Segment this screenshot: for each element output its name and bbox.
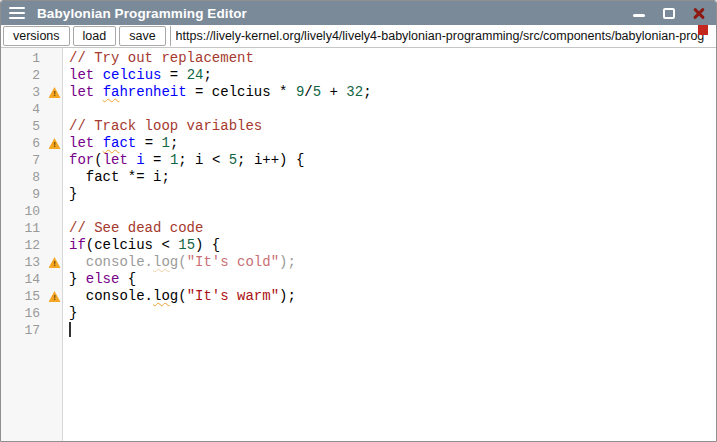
code-line-text[interactable]: if(celcius < 15) { bbox=[63, 237, 716, 254]
line-number[interactable]: 16 bbox=[1, 305, 46, 322]
versions-button[interactable]: versions bbox=[3, 26, 70, 46]
gutter-icon-slot bbox=[46, 84, 63, 101]
maximize-button[interactable] bbox=[662, 6, 676, 20]
gutter-icon-slot bbox=[46, 288, 63, 305]
line-number[interactable]: 2 bbox=[1, 67, 46, 84]
gutter-icon-slot bbox=[46, 220, 63, 237]
line-number[interactable]: 4 bbox=[1, 101, 46, 118]
minimize-icon bbox=[633, 14, 645, 17]
window-title: Babylonian Programming Editor bbox=[37, 6, 632, 21]
gutter-icon-slot bbox=[46, 254, 63, 271]
code-line[interactable]: 8 fact *= i; bbox=[1, 169, 716, 186]
line-number[interactable]: 7 bbox=[1, 152, 46, 169]
code-line-text[interactable]: } bbox=[63, 186, 716, 203]
code-line[interactable]: 13 console.log("It's cold"); bbox=[1, 254, 716, 271]
warning-icon[interactable] bbox=[49, 257, 61, 268]
code-line-text[interactable]: // Try out replacement bbox=[63, 50, 716, 67]
line-number[interactable]: 3 bbox=[1, 84, 46, 101]
gutter-icon-slot bbox=[46, 135, 63, 152]
window-controls bbox=[632, 6, 708, 20]
gutter-icon-slot bbox=[46, 169, 63, 186]
line-number[interactable]: 15 bbox=[1, 288, 46, 305]
babylonian-editor-window: Babylonian Programming Editor versions l… bbox=[0, 0, 717, 442]
gutter-icon-slot bbox=[46, 67, 63, 84]
gutter-icon-slot bbox=[46, 101, 63, 118]
line-number[interactable]: 5 bbox=[1, 118, 46, 135]
code-line[interactable]: 4 bbox=[1, 101, 716, 118]
title-bar[interactable]: Babylonian Programming Editor bbox=[1, 1, 716, 25]
code-line[interactable]: 7for(let i = 1; i < 5; i++) { bbox=[1, 152, 716, 169]
gutter-icon-slot bbox=[46, 271, 63, 288]
gutter-icon-slot bbox=[46, 237, 63, 254]
gutter-icon-slot bbox=[46, 118, 63, 135]
code-lines: 1// Try out replacement2let celcius = 24… bbox=[1, 48, 716, 339]
minimize-button[interactable] bbox=[632, 6, 646, 20]
line-number[interactable]: 10 bbox=[1, 203, 46, 220]
close-icon bbox=[692, 6, 706, 20]
code-line-text[interactable]: console.log("It's cold"); bbox=[63, 254, 716, 271]
code-line[interactable]: 5// Track loop variables bbox=[1, 118, 716, 135]
code-line-text[interactable]: console.log("It's warm"); bbox=[63, 288, 716, 305]
line-number[interactable]: 12 bbox=[1, 237, 46, 254]
code-line-text[interactable]: } else { bbox=[63, 271, 716, 288]
line-number[interactable]: 6 bbox=[1, 135, 46, 152]
code-line[interactable]: 11// See dead code bbox=[1, 220, 716, 237]
gutter-icon-slot bbox=[46, 152, 63, 169]
line-number[interactable]: 1 bbox=[1, 50, 46, 67]
code-line[interactable]: 1// Try out replacement bbox=[1, 50, 716, 67]
line-number[interactable]: 17 bbox=[1, 322, 46, 339]
warning-icon[interactable] bbox=[49, 291, 61, 302]
line-number[interactable]: 13 bbox=[1, 254, 46, 271]
code-line-text[interactable] bbox=[63, 322, 716, 339]
code-line-text[interactable]: for(let i = 1; i < 5; i++) { bbox=[63, 152, 716, 169]
warning-icon[interactable] bbox=[49, 87, 61, 98]
text-cursor bbox=[69, 322, 71, 337]
code-line[interactable]: 10 bbox=[1, 203, 716, 220]
load-button[interactable]: load bbox=[73, 26, 117, 46]
code-line-text[interactable]: let fact = 1; bbox=[63, 135, 716, 152]
maximize-icon bbox=[663, 8, 675, 19]
code-line[interactable]: 3let fahrenheit = celcius * 9/5 + 32; bbox=[1, 84, 716, 101]
gutter-icon-slot bbox=[46, 50, 63, 67]
code-line[interactable]: 14} else { bbox=[1, 271, 716, 288]
code-line-text[interactable]: let celcius = 24; bbox=[63, 67, 716, 84]
code-line[interactable]: 17 bbox=[1, 322, 716, 339]
code-line-text[interactable]: // See dead code bbox=[63, 220, 716, 237]
code-line[interactable]: 15 console.log("It's warm"); bbox=[1, 288, 716, 305]
save-button[interactable]: save bbox=[119, 26, 165, 46]
line-number[interactable]: 8 bbox=[1, 169, 46, 186]
code-editor[interactable]: 1// Try out replacement2let celcius = 24… bbox=[1, 48, 716, 441]
close-button[interactable] bbox=[692, 6, 706, 20]
code-line[interactable]: 6let fact = 1; bbox=[1, 135, 716, 152]
code-line[interactable]: 2let celcius = 24; bbox=[1, 67, 716, 84]
line-number[interactable]: 11 bbox=[1, 220, 46, 237]
code-line-text[interactable]: let fahrenheit = celcius * 9/5 + 32; bbox=[63, 84, 716, 101]
code-line[interactable]: 9} bbox=[1, 186, 716, 203]
gutter-icon-slot bbox=[46, 186, 63, 203]
code-line-text[interactable] bbox=[63, 203, 716, 220]
code-line-text[interactable]: fact *= i; bbox=[63, 169, 716, 186]
code-line-text[interactable]: // Track loop variables bbox=[63, 118, 716, 135]
url-caret-marker bbox=[698, 25, 708, 35]
line-number[interactable]: 14 bbox=[1, 271, 46, 288]
gutter-icon-slot bbox=[46, 305, 63, 322]
line-number[interactable]: 9 bbox=[1, 186, 46, 203]
warning-icon[interactable] bbox=[49, 138, 61, 149]
gutter-icon-slot bbox=[46, 203, 63, 220]
url-input[interactable] bbox=[170, 26, 716, 46]
code-line[interactable]: 12if(celcius < 15) { bbox=[1, 237, 716, 254]
gutter-icon-slot bbox=[46, 322, 63, 339]
code-line-text[interactable]: } bbox=[63, 305, 716, 322]
code-line[interactable]: 16} bbox=[1, 305, 716, 322]
code-line-text[interactable] bbox=[63, 101, 716, 118]
hamburger-icon[interactable] bbox=[9, 7, 25, 19]
toolbar: versions load save bbox=[1, 25, 716, 48]
